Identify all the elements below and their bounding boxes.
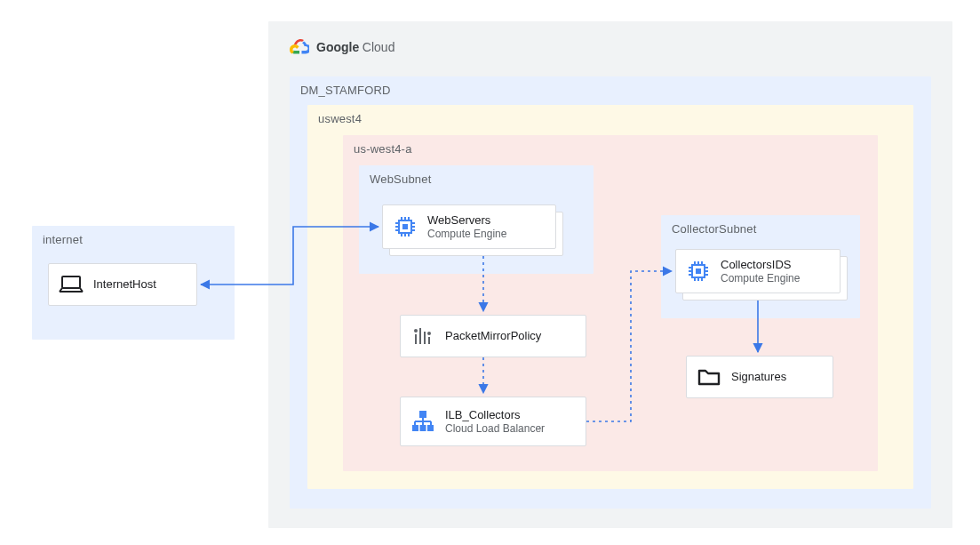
svg-rect-21 — [419, 411, 426, 418]
svg-rect-24 — [427, 425, 434, 431]
webservers-title: WebServers — [427, 213, 506, 228]
collectors-sub: Compute Engine — [721, 272, 800, 285]
internet-host-node: InternetHost — [48, 263, 197, 306]
collectorsubnet-label: CollectorSubnet — [672, 222, 757, 236]
internet-host-title: InternetHost — [93, 277, 156, 292]
packetmirror-title: PacketMirrorPolicy — [445, 329, 541, 343]
signatures-title: Signatures — [731, 370, 786, 384]
ilb-node: ILB_Collectors Cloud Load Balancer — [400, 397, 586, 446]
svg-rect-23 — [420, 425, 426, 431]
ilb-sub: Cloud Load Balancer — [445, 422, 545, 435]
packetmirror-node: PacketMirrorPolicy — [400, 315, 586, 357]
webservers-sub: Compute Engine — [427, 228, 506, 240]
svg-point-15 — [414, 329, 418, 333]
svg-rect-20 — [428, 337, 430, 344]
internet-label: internet — [43, 233, 83, 246]
brand-strong: Google — [316, 40, 359, 54]
webservers-node: WebServers Compute Engine — [382, 204, 556, 249]
brand-light: Cloud — [363, 40, 395, 54]
svg-rect-17 — [419, 328, 421, 344]
compute-engine-icon — [392, 213, 418, 240]
svg-rect-2 — [402, 224, 408, 229]
ilb-title: ILB_Collectors — [445, 408, 545, 422]
collectors-title: CollectorsIDS — [721, 258, 800, 272]
signatures-node: Signatures — [686, 356, 833, 398]
zone-label: us-west4-a — [354, 142, 412, 156]
svg-rect-22 — [412, 425, 418, 431]
google-cloud-icon — [290, 39, 309, 55]
folder-icon — [696, 364, 722, 390]
laptop-icon — [58, 271, 84, 298]
load-balancer-icon — [410, 408, 436, 435]
svg-rect-0 — [62, 277, 80, 288]
websubnet-label: WebSubnet — [370, 172, 432, 186]
collectors-node: CollectorsIDS Compute Engine — [675, 249, 841, 293]
svg-point-19 — [427, 332, 431, 335]
project-label: DM_STAMFORD — [300, 84, 391, 97]
gcp-brand: Google Cloud — [290, 39, 394, 55]
region-label: uswest4 — [318, 112, 362, 125]
diagram-canvas: Google Cloud DM_STAMFORD uswest4 us-west… — [0, 0, 980, 545]
svg-rect-18 — [424, 332, 426, 344]
svg-rect-16 — [415, 334, 417, 344]
packet-mirror-icon — [410, 323, 436, 349]
svg-rect-31 — [696, 268, 701, 274]
compute-engine-icon — [685, 258, 712, 285]
